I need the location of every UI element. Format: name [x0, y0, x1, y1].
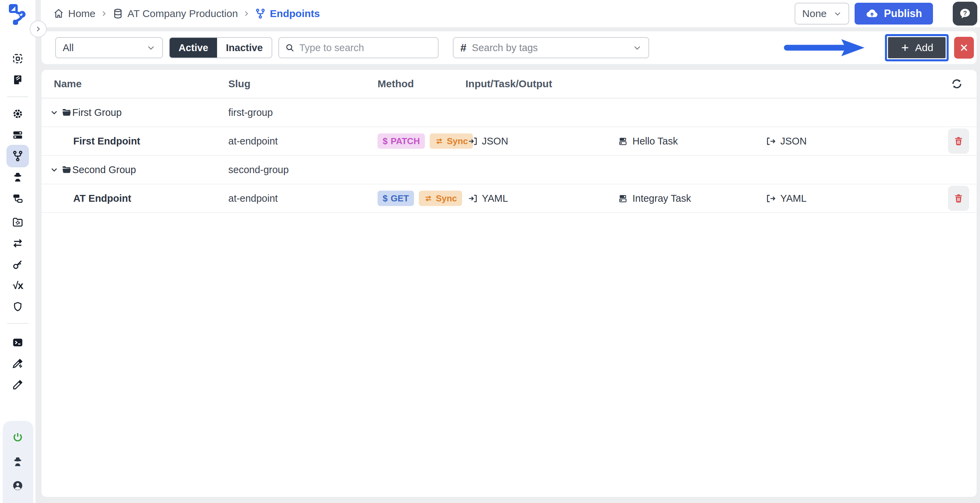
notes-icon[interactable] [11, 73, 24, 86]
plus-icon [900, 43, 910, 53]
sync-arrows-icon [435, 137, 444, 145]
sidebar-divider [7, 96, 28, 97]
chevron-down-icon [834, 10, 842, 18]
settings-gear-icon[interactable] [11, 108, 24, 120]
chevron-down-icon [146, 43, 155, 52]
file-storage-icon[interactable] [11, 216, 24, 228]
group-name: Second Group [72, 164, 136, 175]
task-icon [618, 194, 628, 203]
chevron-right-icon [243, 10, 250, 17]
task-icon [618, 136, 628, 146]
task-name: Hello Task [632, 135, 678, 147]
active-inactive-toggle: Active Inactive [169, 37, 272, 58]
annotation-arrow [783, 37, 867, 58]
input-icon [468, 193, 478, 204]
collapse-chevron-icon[interactable] [50, 108, 59, 117]
toggle-active[interactable]: Active [170, 38, 217, 57]
svg-text:?: ? [963, 10, 967, 17]
power-icon[interactable] [11, 431, 24, 443]
group-filter-value: All [63, 42, 73, 54]
trash-icon [953, 136, 964, 146]
output-format: JSON [780, 135, 807, 147]
add-button[interactable]: Add [888, 37, 946, 58]
output-icon [766, 193, 776, 204]
delete-button[interactable] [948, 186, 969, 211]
chevron-right-icon [100, 10, 107, 17]
cloud-upload-icon [865, 7, 878, 20]
table-row-endpoint[interactable]: First Endpoint at-endpoint $PATCH Sync J… [41, 127, 977, 156]
search-field [278, 37, 439, 58]
method-badge: $GET [377, 191, 414, 206]
method-badge: $PATCH [377, 134, 425, 149]
sidebar-expand-button[interactable] [30, 21, 47, 38]
breadcrumb: Home AT Company Production Endpoints [53, 8, 320, 19]
security-shield-icon[interactable] [11, 301, 24, 313]
folder-icon [61, 165, 72, 175]
sidebar-divider [7, 323, 28, 324]
group-filter-select[interactable]: All [55, 37, 163, 58]
close-icon [959, 43, 969, 53]
endpoint-slug: at-endpoint [228, 193, 278, 204]
top-bar: Home AT Company Production Endpoints Non… [41, 0, 980, 27]
help-chat-button[interactable]: ? [953, 2, 977, 25]
table-header: Name Slug Method Input/Task/Output [41, 70, 977, 99]
endpoints-branch-icon[interactable] [11, 150, 24, 162]
chevron-down-icon [633, 43, 642, 52]
version-select[interactable]: None [795, 3, 849, 24]
sync-arrows-icon [424, 194, 433, 203]
table-row-group[interactable]: Second Group second-group [41, 156, 977, 185]
search-icon [285, 43, 294, 53]
group-slug: first-group [228, 107, 273, 118]
terminal-icon[interactable] [11, 336, 24, 349]
help-bubble-icon: ? [958, 7, 972, 21]
publish-button[interactable]: Publish [854, 3, 933, 24]
method-dollar-icon: $ [383, 136, 387, 146]
api-keys-icon[interactable] [11, 258, 24, 271]
screenshot-scan-icon[interactable] [11, 53, 24, 65]
tags-filter-select[interactable]: # Search by tags [453, 37, 649, 58]
hash-icon: # [460, 41, 466, 54]
table-row-group[interactable]: First Group first-group [41, 99, 977, 127]
folder-icon [61, 107, 72, 118]
tasks-stack-icon[interactable] [11, 129, 24, 141]
input-format: YAML [482, 193, 508, 204]
agents-icon[interactable] [11, 171, 24, 183]
table-row-endpoint[interactable]: AT Endpoint at-endpoint $GET Sync YAML I… [41, 185, 977, 213]
column-header-io: Input/Task/Output [466, 78, 552, 90]
delete-button[interactable] [948, 129, 969, 154]
app-logo[interactable] [7, 3, 29, 27]
flows-icon[interactable] [11, 192, 24, 204]
filter-bar: All Active Inactive # Search by tags Add [41, 31, 977, 64]
breadcrumb-project[interactable]: AT Company Production [113, 8, 238, 19]
sidebar: √x [0, 0, 35, 503]
close-button[interactable] [954, 37, 974, 59]
toggle-inactive[interactable]: Inactive [217, 38, 272, 57]
group-slug: second-group [228, 164, 289, 175]
incognito-icon[interactable] [11, 456, 24, 468]
draft-pencil-icon[interactable] [11, 379, 24, 391]
version-select-value: None [802, 8, 827, 19]
column-header-slug: Slug [228, 78, 250, 90]
method-dollar-icon: $ [383, 193, 387, 204]
refresh-icon[interactable] [951, 78, 963, 90]
input-icon [468, 136, 478, 146]
sync-badge: Sync [430, 134, 473, 149]
tags-placeholder: Search by tags [472, 42, 627, 54]
output-format: YAML [780, 193, 807, 204]
home-icon [53, 8, 64, 19]
sync-badge: Sync [419, 191, 462, 206]
account-icon[interactable] [11, 479, 24, 492]
endpoint-name: AT Endpoint [73, 193, 131, 204]
breadcrumb-home[interactable]: Home [53, 8, 95, 19]
endpoint-name: First Endpoint [73, 135, 140, 147]
editor-icon[interactable] [11, 358, 24, 370]
breadcrumb-endpoints[interactable]: Endpoints [255, 8, 320, 19]
transfers-icon[interactable] [11, 237, 24, 250]
group-name: First Group [72, 107, 122, 118]
column-header-name: Name [54, 78, 82, 90]
input-format: JSON [482, 135, 508, 147]
search-input[interactable] [299, 42, 432, 54]
collapse-chevron-icon[interactable] [50, 165, 59, 174]
task-name: Integray Task [632, 193, 691, 204]
functions-icon[interactable]: √x [11, 279, 24, 292]
